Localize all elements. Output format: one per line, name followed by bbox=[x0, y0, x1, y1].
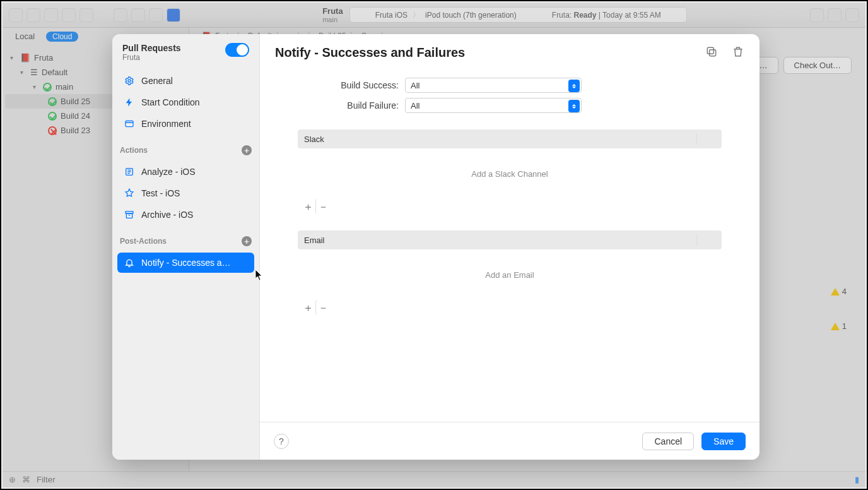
build-success-label: Build Success: bbox=[298, 80, 399, 90]
sidebar-item-archive[interactable]: Archive - iOS bbox=[117, 205, 254, 225]
archive-icon bbox=[124, 209, 135, 220]
cancel-button[interactable]: Cancel bbox=[642, 433, 694, 450]
svg-rect-1 bbox=[126, 121, 133, 126]
duplicate-icon[interactable] bbox=[705, 45, 718, 60]
svg-rect-8 bbox=[707, 47, 713, 54]
sheet-sidebar: Pull Requests Fruta General Start Condit… bbox=[112, 34, 260, 460]
chevron-updown-icon bbox=[568, 100, 580, 112]
remove-slack-button[interactable]: － bbox=[315, 199, 331, 214]
add-action-button[interactable]: + bbox=[242, 145, 252, 155]
svg-rect-5 bbox=[126, 213, 132, 218]
add-slack-button[interactable]: ＋ bbox=[300, 199, 315, 214]
section-title: Post-Actions bbox=[120, 237, 167, 246]
group-header: Email bbox=[304, 236, 325, 245]
trash-icon[interactable] bbox=[732, 45, 744, 60]
group-action[interactable] bbox=[696, 133, 715, 145]
window-icon bbox=[124, 118, 135, 129]
svg-rect-7 bbox=[710, 50, 716, 56]
sidebar-subtitle: Fruta bbox=[122, 53, 181, 62]
save-button[interactable]: Save bbox=[701, 433, 746, 450]
sidebar-item-analyze[interactable]: Analyze - iOS bbox=[117, 162, 254, 182]
group-placeholder: Add an Email bbox=[298, 249, 722, 300]
sidebar-item-environment[interactable]: Environment bbox=[117, 114, 254, 134]
group-placeholder: Add a Slack Channel bbox=[298, 148, 722, 199]
sidebar-item-label: General bbox=[141, 76, 173, 86]
gear-icon bbox=[124, 75, 135, 87]
group-action[interactable] bbox=[696, 234, 715, 246]
sidebar-item-label: Test - iOS bbox=[141, 188, 180, 198]
sidebar-item-label: Analyze - iOS bbox=[141, 167, 196, 177]
test-icon bbox=[124, 188, 135, 199]
slack-group: Slack Add a Slack Channel ＋ － bbox=[298, 129, 722, 214]
svg-point-0 bbox=[128, 80, 131, 82]
sidebar-item-general[interactable]: General bbox=[117, 71, 254, 91]
build-failure-label: Build Failure: bbox=[298, 100, 399, 111]
section-title: Actions bbox=[120, 146, 148, 155]
bolt-icon bbox=[124, 97, 135, 108]
analyze-icon bbox=[124, 166, 135, 177]
sheet-main: Notify - Successes and Failures Build Su… bbox=[260, 34, 760, 460]
sidebar-item-notify[interactable]: Notify - Successes a… bbox=[117, 253, 254, 273]
chevron-updown-icon bbox=[568, 80, 580, 92]
email-group: Email Add an Email ＋ － bbox=[298, 230, 722, 315]
sidebar-item-label: Start Condition bbox=[141, 97, 200, 107]
remove-email-button[interactable]: － bbox=[315, 300, 331, 315]
bell-icon bbox=[124, 257, 135, 268]
add-postaction-button[interactable]: + bbox=[242, 236, 252, 246]
enabled-toggle[interactable] bbox=[225, 43, 249, 57]
sidebar-title: Pull Requests bbox=[122, 43, 181, 53]
add-email-button[interactable]: ＋ bbox=[300, 300, 315, 315]
sidebar-item-label: Environment bbox=[141, 119, 191, 129]
group-header: Slack bbox=[304, 134, 324, 144]
sheet-title: Notify - Successes and Failures bbox=[275, 45, 465, 60]
sidebar-item-label: Archive - iOS bbox=[141, 210, 193, 220]
build-failure-select[interactable]: All bbox=[405, 98, 582, 113]
build-success-select[interactable]: All bbox=[405, 78, 582, 93]
sidebar-item-label: Notify - Successes a… bbox=[141, 258, 231, 268]
sidebar-item-start-condition[interactable]: Start Condition bbox=[117, 92, 254, 112]
workflow-sheet: Pull Requests Fruta General Start Condit… bbox=[112, 34, 760, 460]
help-button[interactable]: ? bbox=[274, 434, 289, 449]
sidebar-item-test[interactable]: Test - iOS bbox=[117, 183, 254, 203]
